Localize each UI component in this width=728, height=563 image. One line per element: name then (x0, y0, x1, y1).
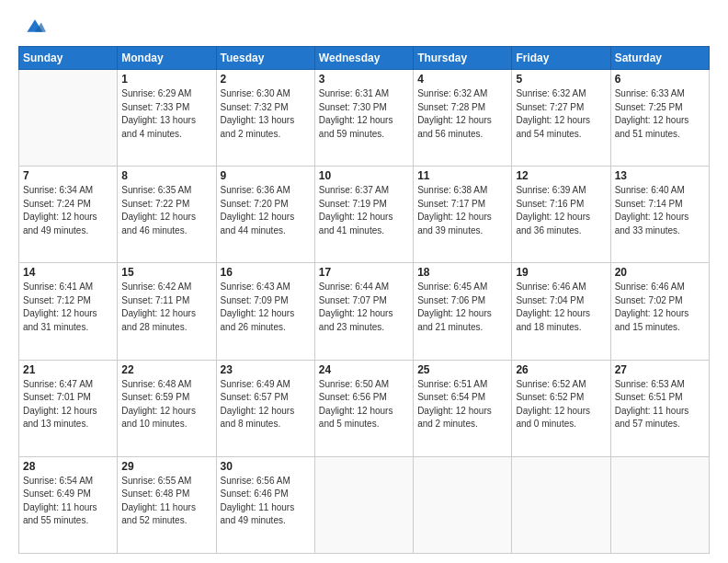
logo-icon (24, 15, 46, 37)
col-header-friday: Friday (512, 47, 610, 70)
day-info: Sunrise: 6:55 AMSunset: 6:48 PMDaylight:… (121, 475, 211, 528)
day-info: Sunrise: 6:37 AMSunset: 7:19 PMDaylight:… (319, 184, 409, 237)
day-info: Sunrise: 6:33 AMSunset: 7:25 PMDaylight:… (615, 87, 705, 141)
calendar-cell: 26Sunrise: 6:52 AMSunset: 6:52 PMDayligh… (512, 360, 610, 456)
header-row: SundayMondayTuesdayWednesdayThursdayFrid… (19, 47, 710, 70)
day-info: Sunrise: 6:45 AMSunset: 7:06 PMDaylight:… (417, 281, 507, 334)
day-number: 27 (615, 363, 705, 376)
day-info: Sunrise: 6:41 AMSunset: 7:12 PMDaylight:… (23, 281, 113, 334)
day-info: Sunrise: 6:52 AMSunset: 6:52 PMDaylight:… (516, 378, 606, 431)
day-info: Sunrise: 6:49 AMSunset: 6:57 PMDaylight:… (221, 378, 311, 431)
calendar-cell: 7Sunrise: 6:34 AMSunset: 7:24 PMDaylight… (19, 167, 118, 263)
day-info: Sunrise: 6:47 AMSunset: 7:01 PMDaylight:… (23, 378, 113, 431)
calendar-cell: 30Sunrise: 6:56 AMSunset: 6:46 PMDayligh… (216, 456, 314, 553)
week-row-4: 21Sunrise: 6:47 AMSunset: 7:01 PMDayligh… (19, 360, 710, 456)
day-number: 21 (23, 363, 113, 376)
calendar-cell: 13Sunrise: 6:40 AMSunset: 7:14 PMDayligh… (610, 167, 709, 263)
week-row-3: 14Sunrise: 6:41 AMSunset: 7:12 PMDayligh… (19, 263, 710, 360)
calendar-cell: 23Sunrise: 6:49 AMSunset: 6:57 PMDayligh… (216, 360, 314, 456)
calendar-cell: 8Sunrise: 6:35 AMSunset: 7:22 PMDaylight… (118, 167, 216, 263)
calendar-header: SundayMondayTuesdayWednesdayThursdayFrid… (19, 47, 710, 70)
week-row-5: 28Sunrise: 6:54 AMSunset: 6:49 PMDayligh… (19, 456, 710, 553)
calendar-cell: 27Sunrise: 6:53 AMSunset: 6:51 PMDayligh… (610, 360, 709, 456)
day-number: 24 (319, 363, 409, 376)
day-info: Sunrise: 6:51 AMSunset: 6:54 PMDaylight:… (417, 378, 507, 431)
calendar-body: 1Sunrise: 6:29 AMSunset: 7:33 PMDaylight… (19, 70, 710, 554)
day-number: 9 (221, 169, 311, 182)
calendar-cell: 25Sunrise: 6:51 AMSunset: 6:54 PMDayligh… (414, 360, 512, 456)
day-info: Sunrise: 6:54 AMSunset: 6:49 PMDaylight:… (23, 475, 113, 528)
col-header-thursday: Thursday (414, 47, 512, 70)
calendar-cell (414, 456, 512, 553)
calendar-cell: 1Sunrise: 6:29 AMSunset: 7:33 PMDaylight… (118, 70, 216, 167)
day-number: 18 (417, 266, 507, 279)
calendar-cell: 4Sunrise: 6:32 AMSunset: 7:28 PMDaylight… (414, 70, 512, 167)
day-number: 22 (121, 363, 211, 376)
day-info: Sunrise: 6:46 AMSunset: 7:04 PMDaylight:… (516, 281, 606, 334)
day-info: Sunrise: 6:29 AMSunset: 7:33 PMDaylight:… (121, 87, 211, 141)
header (18, 15, 710, 37)
day-info: Sunrise: 6:42 AMSunset: 7:11 PMDaylight:… (121, 281, 211, 334)
day-info: Sunrise: 6:32 AMSunset: 7:28 PMDaylight:… (417, 87, 507, 141)
day-number: 29 (121, 460, 211, 473)
day-number: 4 (417, 73, 507, 86)
calendar-cell: 3Sunrise: 6:31 AMSunset: 7:30 PMDaylight… (314, 70, 413, 167)
calendar-cell: 18Sunrise: 6:45 AMSunset: 7:06 PMDayligh… (414, 263, 512, 360)
day-info: Sunrise: 6:48 AMSunset: 6:59 PMDaylight:… (121, 378, 211, 431)
calendar-cell: 15Sunrise: 6:42 AMSunset: 7:11 PMDayligh… (118, 263, 216, 360)
calendar-cell: 2Sunrise: 6:30 AMSunset: 7:32 PMDaylight… (216, 70, 314, 167)
calendar-cell: 16Sunrise: 6:43 AMSunset: 7:09 PMDayligh… (216, 263, 314, 360)
day-info: Sunrise: 6:53 AMSunset: 6:51 PMDaylight:… (615, 378, 705, 431)
day-info: Sunrise: 6:46 AMSunset: 7:02 PMDaylight:… (615, 281, 705, 334)
col-header-tuesday: Tuesday (216, 47, 314, 70)
day-number: 10 (319, 169, 409, 182)
calendar-cell: 28Sunrise: 6:54 AMSunset: 6:49 PMDayligh… (19, 456, 118, 553)
day-info: Sunrise: 6:56 AMSunset: 6:46 PMDaylight:… (221, 475, 311, 528)
day-info: Sunrise: 6:40 AMSunset: 7:14 PMDaylight:… (615, 184, 705, 237)
calendar-cell: 11Sunrise: 6:38 AMSunset: 7:17 PMDayligh… (414, 167, 512, 263)
calendar-cell: 5Sunrise: 6:32 AMSunset: 7:27 PMDaylight… (512, 70, 610, 167)
day-info: Sunrise: 6:31 AMSunset: 7:30 PMDaylight:… (319, 87, 409, 141)
day-number: 28 (23, 460, 113, 473)
day-number: 3 (319, 73, 409, 86)
week-row-2: 7Sunrise: 6:34 AMSunset: 7:24 PMDaylight… (19, 167, 710, 263)
week-row-1: 1Sunrise: 6:29 AMSunset: 7:33 PMDaylight… (19, 70, 710, 167)
col-header-saturday: Saturday (610, 47, 709, 70)
calendar-cell (610, 456, 709, 553)
col-header-monday: Monday (118, 47, 216, 70)
calendar-cell: 29Sunrise: 6:55 AMSunset: 6:48 PMDayligh… (118, 456, 216, 553)
calendar-cell (19, 70, 118, 167)
day-info: Sunrise: 6:43 AMSunset: 7:09 PMDaylight:… (221, 281, 311, 334)
page: SundayMondayTuesdayWednesdayThursdayFrid… (0, 0, 728, 563)
day-number: 16 (221, 266, 311, 279)
day-number: 11 (417, 169, 507, 182)
col-header-sunday: Sunday (19, 47, 118, 70)
day-number: 23 (221, 363, 311, 376)
day-info: Sunrise: 6:30 AMSunset: 7:32 PMDaylight:… (221, 87, 311, 141)
day-info: Sunrise: 6:36 AMSunset: 7:20 PMDaylight:… (221, 184, 311, 237)
day-number: 7 (23, 169, 113, 182)
calendar-cell: 21Sunrise: 6:47 AMSunset: 7:01 PMDayligh… (19, 360, 118, 456)
day-number: 14 (23, 266, 113, 279)
day-info: Sunrise: 6:35 AMSunset: 7:22 PMDaylight:… (121, 184, 211, 237)
calendar-cell: 22Sunrise: 6:48 AMSunset: 6:59 PMDayligh… (118, 360, 216, 456)
day-number: 6 (615, 73, 705, 86)
calendar-cell: 9Sunrise: 6:36 AMSunset: 7:20 PMDaylight… (216, 167, 314, 263)
calendar-cell: 24Sunrise: 6:50 AMSunset: 6:56 PMDayligh… (314, 360, 413, 456)
day-number: 15 (121, 266, 211, 279)
day-number: 13 (615, 169, 705, 182)
logo (18, 15, 46, 37)
day-info: Sunrise: 6:44 AMSunset: 7:07 PMDaylight:… (319, 281, 409, 334)
day-number: 19 (516, 266, 606, 279)
day-info: Sunrise: 6:38 AMSunset: 7:17 PMDaylight:… (417, 184, 507, 237)
calendar-cell: 20Sunrise: 6:46 AMSunset: 7:02 PMDayligh… (610, 263, 709, 360)
day-info: Sunrise: 6:50 AMSunset: 6:56 PMDaylight:… (319, 378, 409, 431)
calendar-cell: 19Sunrise: 6:46 AMSunset: 7:04 PMDayligh… (512, 263, 610, 360)
calendar-cell (314, 456, 413, 553)
day-number: 25 (417, 363, 507, 376)
day-info: Sunrise: 6:39 AMSunset: 7:16 PMDaylight:… (516, 184, 606, 237)
day-number: 5 (516, 73, 606, 86)
col-header-wednesday: Wednesday (314, 47, 413, 70)
day-number: 12 (516, 169, 606, 182)
calendar-cell: 17Sunrise: 6:44 AMSunset: 7:07 PMDayligh… (314, 263, 413, 360)
